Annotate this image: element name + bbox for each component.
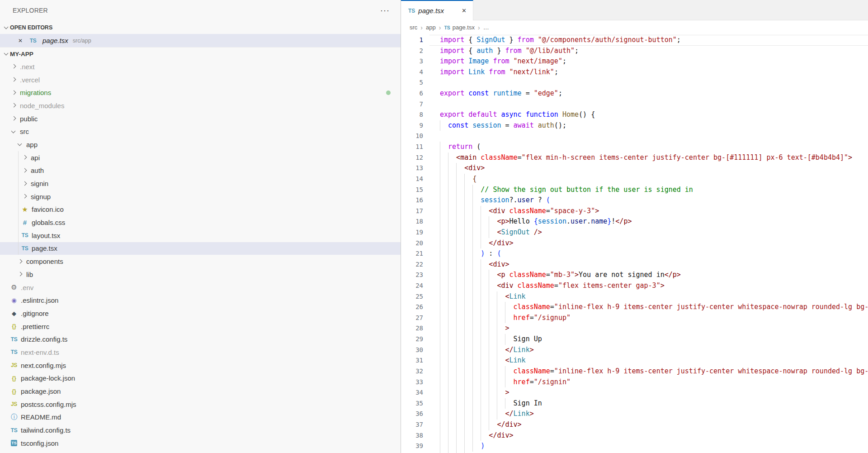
tree-item-README.md[interactable]: ⓘREADME.md (0, 411, 401, 424)
breadcrumb-item-app[interactable]: app (426, 24, 436, 31)
line-number: 13 (401, 163, 423, 174)
code-line-2[interactable]: 2import { auth } from "@/lib/auth"; (401, 46, 868, 57)
tree-item-.env[interactable]: ⚙.env (0, 281, 401, 294)
tree-item-app[interactable]: app (0, 138, 401, 151)
more-actions-icon[interactable]: ··· (380, 8, 390, 13)
tab-page-tsx[interactable]: TS page.tsx ✕ (401, 0, 473, 20)
code-line-17[interactable]: 17<div className="space-y-3"> (401, 206, 868, 217)
code-line-10[interactable]: 10 (401, 131, 868, 142)
code-line-14[interactable]: 14{ (401, 174, 868, 185)
code-line-1[interactable]: 1import { SignOut } from "@/components/a… (401, 35, 868, 46)
tree-item-components[interactable]: components (0, 255, 401, 268)
code-line-11[interactable]: 11return ( (401, 142, 868, 153)
code-line-30[interactable]: 30</Link> (401, 345, 868, 356)
code-line-21[interactable]: 21) : ( (401, 248, 868, 259)
explorer-header: EXPLORER ··· (0, 0, 401, 21)
tree-item-layout.tsx[interactable]: TSlayout.tsx (0, 229, 401, 242)
code-line-23[interactable]: 23<p className="mb-3">You are not signed… (401, 270, 868, 281)
code-line-13[interactable]: 13<div> (401, 163, 868, 174)
breadcrumb-item-page.tsx[interactable]: TSpage.tsx (444, 24, 475, 31)
tree-item-node_modules[interactable]: node_modules (0, 99, 401, 112)
code-line-26[interactable]: 26className="inline-flex h-9 items-cente… (401, 302, 868, 313)
tsbadge-file-icon: TS (10, 440, 18, 446)
tree-item-.next[interactable]: .next (0, 60, 401, 73)
code-line-5[interactable]: 5 (401, 77, 868, 88)
code-line-27[interactable]: 27href="/signup" (401, 313, 868, 324)
explorer-sidebar: EXPLORER ··· OPEN EDITORS ✕TSpage.tsxsrc… (0, 0, 401, 453)
breadcrumb-item-src[interactable]: src (410, 24, 417, 31)
code-line-20[interactable]: 20</div> (401, 238, 868, 249)
line-number: 18 (401, 216, 423, 227)
tree-item-signin[interactable]: signin (0, 177, 401, 190)
tree-item-label: .vercel (20, 76, 40, 84)
code-line-3[interactable]: 3import Image from "next/image"; (401, 56, 868, 67)
code-line-35[interactable]: 35Sign In (401, 398, 868, 409)
line-number: 39 (401, 441, 423, 452)
code-line-9[interactable]: 9const session = await auth(); (401, 120, 868, 131)
code-line-4[interactable]: 4import Link from "next/link"; (401, 67, 868, 78)
code-line-7[interactable]: 7 (401, 99, 868, 110)
tree-item-package-lock.json[interactable]: {}package-lock.json (0, 372, 401, 385)
close-icon[interactable]: ✕ (18, 38, 25, 44)
line-number: 38 (401, 430, 423, 441)
close-icon[interactable]: ✕ (461, 6, 467, 15)
tree-item-next-env.d.ts[interactable]: TSnext-env.d.ts (0, 346, 401, 359)
code-line-37[interactable]: 37</div> (401, 420, 868, 430)
tree-item-.vercel[interactable]: .vercel (0, 73, 401, 86)
tree-item-tsconfig.json[interactable]: TStsconfig.json (0, 437, 401, 450)
code-line-25[interactable]: 25<Link (401, 291, 868, 302)
line-number: 28 (401, 323, 423, 334)
code-line-12[interactable]: 12<main className="flex min-h-screen ite… (401, 153, 868, 163)
code-line-6[interactable]: 6export const runtime = "edge"; (401, 88, 868, 99)
tree-item-lib[interactable]: lib (0, 268, 401, 281)
tree-item-favicon.ico[interactable]: ★favicon.ico (0, 203, 401, 216)
code-line-29[interactable]: 29Sign Up (401, 334, 868, 345)
tree-item-tailwind.config.ts[interactable]: TStailwind.config.ts (0, 424, 401, 437)
code-line-31[interactable]: 31<Link (401, 355, 868, 366)
code-line-34[interactable]: 34> (401, 387, 868, 398)
open-editors-list: ✕TSpage.tsxsrc/app (0, 34, 401, 47)
line-number: 9 (401, 120, 423, 131)
tree-item-package.json[interactable]: {}package.json (0, 385, 401, 398)
code-line-28[interactable]: 28> (401, 323, 868, 334)
tree-item-label: signup (31, 193, 51, 200)
tree-item-migrations[interactable]: migrations (0, 86, 401, 99)
tree-item-label: postcss.config.mjs (21, 401, 76, 408)
tree-item-next.config.mjs[interactable]: JSnext.config.mjs (0, 359, 401, 372)
chevron-right-icon (10, 89, 17, 96)
code-line-32[interactable]: 32className="inline-flex h-9 items-cente… (401, 366, 868, 377)
code-line-18[interactable]: 18<p>Hello {session.user.name}!</p> (401, 216, 868, 227)
code-line-38[interactable]: 38</div> (401, 430, 868, 441)
code-line-19[interactable]: 19<SignOut /> (401, 227, 868, 238)
tree-item-drizzle.config.ts[interactable]: TSdrizzle.config.ts (0, 333, 401, 346)
code-line-22[interactable]: 22<div> (401, 259, 868, 270)
code-line-33[interactable]: 33href="/signin" (401, 377, 868, 388)
tree-item-label: migrations (20, 89, 51, 96)
tree-item-label: src (20, 128, 29, 135)
tree-item-auth[interactable]: auth (0, 164, 401, 177)
tree-item-signup[interactable]: signup (0, 190, 401, 203)
tree-item-page.tsx[interactable]: TSpage.tsx (0, 242, 401, 255)
tree-item-api[interactable]: api (0, 151, 401, 164)
open-editors-section-header[interactable]: OPEN EDITORS (0, 21, 401, 34)
git-file-icon: ◆ (10, 310, 18, 317)
project-section-header[interactable]: MY-APP (0, 47, 401, 60)
tree-item-label: .prettierrc (21, 323, 49, 330)
ts-file-icon: TS (10, 336, 18, 343)
code-line-39[interactable]: 39) (401, 441, 868, 452)
code-line-15[interactable]: 15// Show the sign out button if the use… (401, 185, 868, 196)
open-editor-item-page.tsx[interactable]: ✕TSpage.tsxsrc/app (0, 34, 401, 47)
breadcrumb-item-…[interactable]: … (483, 24, 489, 31)
code-line-16[interactable]: 16session?.user ? ( (401, 195, 868, 206)
tree-item-public[interactable]: public (0, 112, 401, 125)
code-line-24[interactable]: 24<div className="flex items-center gap-… (401, 281, 868, 291)
tree-item-.prettierrc[interactable]: {}.prettierrc (0, 320, 401, 333)
code-line-36[interactable]: 36</Link> (401, 409, 868, 420)
tree-item-.eslintrc.json[interactable]: ◉.eslintrc.json (0, 294, 401, 307)
tree-item-.gitignore[interactable]: ◆.gitignore (0, 307, 401, 320)
code-editor[interactable]: 1import { SignOut } from "@/components/a… (401, 34, 868, 453)
code-line-8[interactable]: 8export default async function Home() { (401, 110, 868, 120)
tree-item-src[interactable]: src (0, 125, 401, 138)
tree-item-globals.css[interactable]: #globals.css (0, 216, 401, 229)
tree-item-postcss.config.mjs[interactable]: JSpostcss.config.mjs (0, 398, 401, 411)
